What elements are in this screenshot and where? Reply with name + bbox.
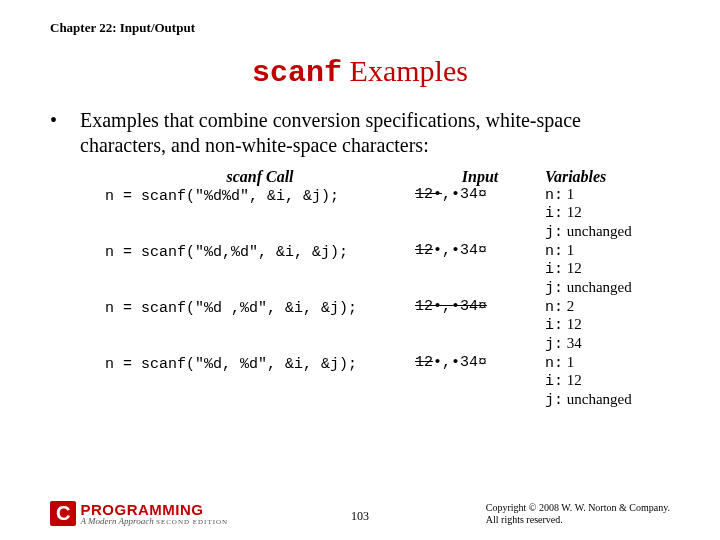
book-logo: C PROGRAMMING A Modern Approach SECOND E… xyxy=(50,501,228,526)
variables-cell: n: 2 i: 12 j: 34 xyxy=(545,298,675,354)
title-rest: Examples xyxy=(342,54,468,87)
slide-title: scanf Examples xyxy=(50,54,670,90)
scanf-call: n = scanf("%d ,%d", &i, &j); xyxy=(105,298,415,354)
logo-subtitle: A Modern Approach SECOND EDITION xyxy=(80,517,228,526)
col-header-call: scanf Call xyxy=(105,168,415,186)
input-cell: 12•,•34¤ xyxy=(415,186,545,242)
table-row: n = scanf("%d%d", &i, &j);12•,•34¤n: 1 i… xyxy=(105,186,670,242)
variables-cell: n: 1 i: 12 j: unchanged xyxy=(545,354,675,410)
input-cell: 12•,•34¤ xyxy=(415,298,545,354)
page-number: 103 xyxy=(351,509,369,524)
scanf-call: n = scanf("%d%d", &i, &j); xyxy=(105,186,415,242)
variables-cell: n: 1 i: 12 j: unchanged xyxy=(545,186,675,242)
bullet-text: •Examples that combine conversion specif… xyxy=(65,108,670,158)
scanf-call: n = scanf("%d, %d", &i, &j); xyxy=(105,354,415,410)
chapter-label: Chapter 22: Input/Output xyxy=(50,20,670,36)
logo-programming: PROGRAMMING xyxy=(80,502,228,517)
table-row: n = scanf("%d,%d", &i, &j);12•,•34¤n: 1 … xyxy=(105,242,670,298)
input-cell: 12•,•34¤ xyxy=(415,242,545,298)
input-cell: 12•,•34¤ xyxy=(415,354,545,410)
copyright: Copyright © 2008 W. W. Norton & Company.… xyxy=(486,502,670,526)
table-row: n = scanf("%d ,%d", &i, &j);12•,•34¤n: 2… xyxy=(105,298,670,354)
title-code: scanf xyxy=(252,56,342,90)
scanf-call: n = scanf("%d,%d", &i, &j); xyxy=(105,242,415,298)
logo-c-icon: C xyxy=(50,501,76,526)
col-header-vars: Variables xyxy=(545,168,675,186)
slide-footer: C PROGRAMMING A Modern Approach SECOND E… xyxy=(50,501,670,526)
variables-cell: n: 1 i: 12 j: unchanged xyxy=(545,242,675,298)
table-row: n = scanf("%d, %d", &i, &j);12•,•34¤n: 1… xyxy=(105,354,670,410)
examples-table: scanf Call Input Variables xyxy=(105,168,670,186)
col-header-input: Input xyxy=(415,168,545,186)
